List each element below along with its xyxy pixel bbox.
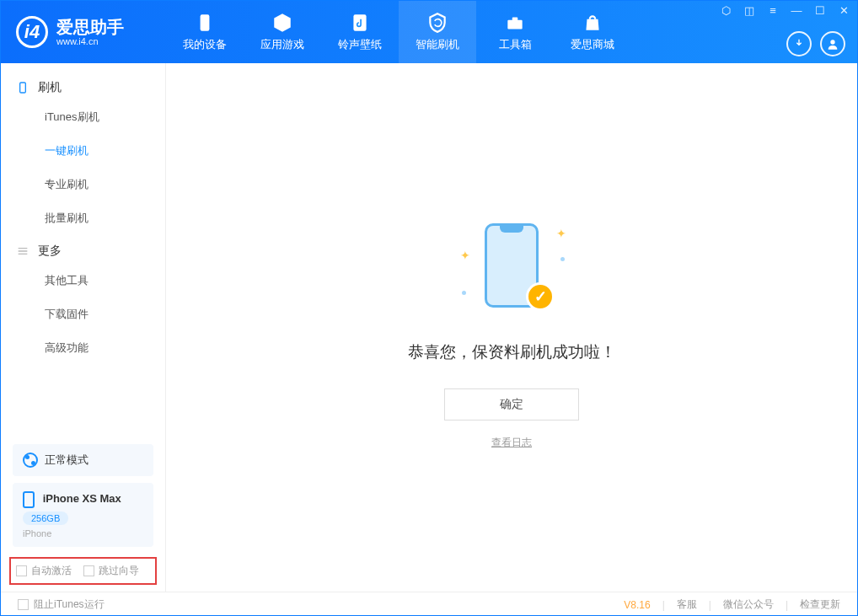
- svg-rect-1: [353, 14, 366, 31]
- checkbox-skip-guide[interactable]: 跳过向导: [83, 564, 139, 578]
- header-actions: [786, 31, 845, 56]
- device-capacity: 256GB: [23, 512, 68, 525]
- shirt-icon[interactable]: ⬡: [717, 4, 734, 19]
- footer: 阻止iTunes运行 V8.16 | 客服 | 微信公众号 | 检查更新: [1, 592, 857, 616]
- tab-label: 智能刷机: [416, 37, 459, 52]
- shield-refresh-icon: [426, 12, 448, 34]
- section-title: 更多: [38, 244, 62, 259]
- checkbox-auto-activate[interactable]: 自动激活: [16, 564, 72, 578]
- header: i4 爱思助手 www.i4.cn 我的设备 应用游戏 铃声壁纸 智能刷机 工具…: [1, 1, 857, 63]
- window-controls: ⬡ ◫ ≡ — ☐ ✕: [717, 4, 852, 19]
- tab-my-device[interactable]: 我的设备: [166, 1, 244, 63]
- ok-button[interactable]: 确定: [444, 388, 579, 420]
- toolbox-icon: [504, 12, 526, 34]
- sidebar-item-other-tools[interactable]: 其他工具: [24, 264, 165, 297]
- svg-rect-2: [507, 20, 522, 29]
- checkbox-icon: [16, 565, 27, 576]
- sidebar-item-pro-flash[interactable]: 专业刷机: [24, 168, 165, 201]
- tab-store[interactable]: 爱思商城: [554, 1, 631, 63]
- tab-toolbox[interactable]: 工具箱: [476, 1, 554, 63]
- mode-icon: [23, 453, 38, 468]
- device-type: iPhone: [23, 528, 143, 538]
- sidebar-item-download-firmware[interactable]: 下载固件: [24, 297, 165, 331]
- success-area: ✓ ✦ ✦ 恭喜您，保资料刷机成功啦！ 确定 查看日志: [166, 223, 857, 450]
- close-icon[interactable]: ✕: [835, 4, 852, 19]
- music-icon: [349, 12, 371, 34]
- sidebar-item-oneclick-flash[interactable]: 一键刷机: [24, 134, 165, 168]
- app-url: www.i4.cn: [56, 36, 124, 46]
- checkbox-label: 自动激活: [31, 564, 72, 578]
- sidebar: 刷机 iTunes刷机 一键刷机 专业刷机 批量刷机 更多 其他工具 下载固件 …: [1, 63, 166, 592]
- sparkle-icon: ✦: [556, 227, 566, 240]
- phone-icon: [23, 491, 35, 508]
- footer-link-service[interactable]: 客服: [677, 597, 697, 612]
- maximize-icon[interactable]: ☐: [812, 4, 829, 19]
- sidebar-item-advanced[interactable]: 高级功能: [24, 331, 165, 365]
- svg-rect-3: [512, 18, 518, 21]
- footer-version: V8.16: [624, 599, 650, 611]
- device-info-box[interactable]: iPhone XS Max 256GB iPhone: [13, 483, 153, 547]
- device-mode-box[interactable]: 正常模式: [13, 444, 153, 476]
- device-boxes: 正常模式 iPhone XS Max 256GB iPhone: [1, 437, 165, 557]
- svg-point-4: [830, 40, 834, 44]
- minimize-icon[interactable]: —: [788, 4, 805, 19]
- dot-icon: [560, 257, 565, 261]
- checkbox-icon[interactable]: [18, 599, 29, 610]
- logo-area: i4 爱思助手 www.i4.cn: [1, 16, 166, 48]
- profile-button[interactable]: [820, 31, 845, 56]
- tab-apps-games[interactable]: 应用游戏: [244, 1, 321, 63]
- logo-icon: i4: [16, 16, 48, 48]
- tab-smart-flash[interactable]: 智能刷机: [399, 1, 476, 63]
- footer-link-wechat[interactable]: 微信公众号: [723, 597, 774, 612]
- bag-icon: [582, 12, 603, 34]
- download-button[interactable]: [786, 31, 812, 56]
- cube-icon: [271, 12, 293, 34]
- logo-text: 爱思助手 www.i4.cn: [56, 18, 124, 46]
- sparkle-icon: ✦: [460, 249, 470, 262]
- top-tabs: 我的设备 应用游戏 铃声壁纸 智能刷机 工具箱 爱思商城: [166, 1, 631, 63]
- dot-icon: [462, 291, 466, 295]
- tab-label: 应用游戏: [260, 37, 304, 52]
- download-icon: [792, 37, 806, 51]
- tab-ringtones-wallpapers[interactable]: 铃声壁纸: [321, 1, 399, 63]
- svg-rect-5: [20, 83, 26, 93]
- main-content: ✓ ✦ ✦ 恭喜您，保资料刷机成功啦！ 确定 查看日志: [166, 63, 857, 592]
- success-message: 恭喜您，保资料刷机成功啦！: [408, 341, 616, 363]
- sidebar-item-itunes-flash[interactable]: iTunes刷机: [24, 100, 165, 134]
- phone-icon: [16, 81, 29, 94]
- sidebar-section-flash: 刷机: [1, 72, 165, 100]
- list-icon: [16, 244, 29, 258]
- tab-label: 工具箱: [499, 37, 532, 52]
- phone-icon: [194, 12, 216, 34]
- sidebar-section-more: 更多: [1, 235, 165, 264]
- sidebar-items-more: 其他工具 下载固件 高级功能: [1, 264, 165, 365]
- footer-link-update[interactable]: 检查更新: [800, 597, 840, 612]
- checkbox-label: 跳过向导: [99, 564, 139, 578]
- sidebar-items-flash: iTunes刷机 一键刷机 专业刷机 批量刷机: [1, 100, 165, 235]
- lock-icon[interactable]: ◫: [741, 4, 758, 19]
- menu-icon[interactable]: ≡: [764, 4, 781, 19]
- footer-block-itunes[interactable]: 阻止iTunes运行: [34, 597, 105, 612]
- checkbox-row: 自动激活 跳过向导: [9, 557, 157, 585]
- section-title: 刷机: [38, 80, 62, 95]
- tab-label: 我的设备: [183, 37, 227, 52]
- device-name: iPhone XS Max: [43, 492, 121, 505]
- phone-illustration: ✓ ✦ ✦: [475, 223, 548, 316]
- device-mode: 正常模式: [45, 453, 88, 468]
- tab-label: 铃声壁纸: [338, 37, 382, 52]
- user-icon: [826, 37, 839, 51]
- svg-rect-0: [201, 14, 210, 31]
- sidebar-item-batch-flash[interactable]: 批量刷机: [24, 201, 165, 235]
- checkbox-icon: [83, 565, 94, 576]
- view-log-link[interactable]: 查看日志: [491, 436, 532, 450]
- app-name: 爱思助手: [56, 18, 124, 36]
- check-icon: ✓: [526, 282, 555, 311]
- body: 刷机 iTunes刷机 一键刷机 专业刷机 批量刷机 更多 其他工具 下载固件 …: [1, 63, 857, 592]
- tab-label: 爱思商城: [571, 37, 614, 52]
